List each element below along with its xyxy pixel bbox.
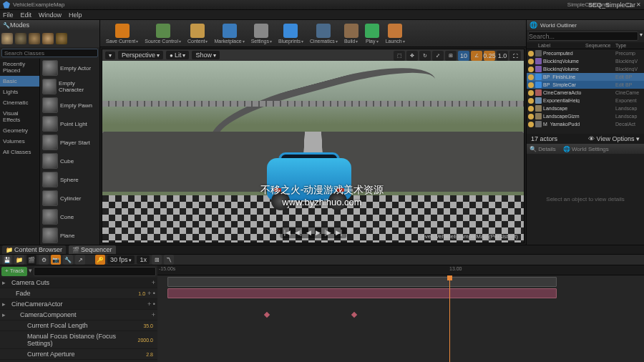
actor-item[interactable]: Player Start xyxy=(40,133,99,152)
place-mode-icon[interactable] xyxy=(1,33,13,44)
actor-item[interactable]: Sphere xyxy=(40,170,99,189)
seq-snap-button[interactable]: ⊞ xyxy=(152,255,162,265)
actor-item[interactable]: Point Light xyxy=(40,114,99,133)
toolbar-content[interactable]: Content▾ xyxy=(185,22,211,45)
toolbar-cinematics[interactable]: Cinematics▾ xyxy=(307,22,341,45)
landscape-mode-icon[interactable] xyxy=(29,33,40,44)
world-outliner-tab[interactable]: 🌐 World Outliner xyxy=(527,20,644,30)
fade-clip[interactable] xyxy=(167,288,557,298)
close-button[interactable]: ✕ xyxy=(636,1,641,8)
actor-item[interactable]: Empty Character xyxy=(40,77,99,96)
track-row[interactable]: Manual Focus Distance (Focus Settings)20… xyxy=(0,331,157,349)
outliner-row[interactable]: BP_FinishLineEdit BP xyxy=(527,73,644,81)
details-tab[interactable]: 🔍 Details xyxy=(530,146,556,152)
outliner-row[interactable]: BlockingVolumeBlockingV xyxy=(527,57,644,65)
vp-reverse-button[interactable]: ◀ xyxy=(306,229,311,236)
track-value[interactable]: 1.0 xyxy=(124,291,145,296)
cat-geometry[interactable]: Geometry xyxy=(0,125,39,136)
cat-basic[interactable]: Basic xyxy=(0,76,39,87)
visibility-icon[interactable] xyxy=(528,51,534,57)
vp-step-back-button[interactable]: ◀| xyxy=(295,229,301,236)
geometry-mode-icon[interactable] xyxy=(56,33,67,44)
toolbar-save-current[interactable]: Save Current▾ xyxy=(103,22,141,45)
actor-item[interactable]: Cylinder xyxy=(40,189,99,207)
menu-file[interactable]: File xyxy=(3,11,14,19)
menu-edit[interactable]: Edit xyxy=(21,11,32,19)
outliner-row[interactable]: M_YamakoPuddDecalAct xyxy=(527,120,644,128)
outliner-search-input[interactable] xyxy=(528,31,638,41)
expand-icon[interactable]: ▸ xyxy=(2,311,8,318)
viewport[interactable]: ▾ Perspective ▾ ● Lit ▾ Show ▾ [ Pilot A… xyxy=(102,49,525,243)
track-add-button[interactable]: + xyxy=(152,311,155,318)
outliner-row[interactable]: LandscapeLandscap xyxy=(527,104,644,112)
visibility-icon[interactable] xyxy=(528,74,534,80)
time-ruler[interactable]: -15.00s 13.00 xyxy=(157,265,644,275)
seq-find-button[interactable]: 📁 xyxy=(14,255,24,265)
outliner-row[interactable]: PrecomputedPrecomp xyxy=(527,49,644,57)
seq-curve-editor-button[interactable]: 〽 xyxy=(164,255,174,265)
lit-dropdown[interactable]: ● Lit ▾ xyxy=(166,51,189,59)
keyframe[interactable] xyxy=(263,312,269,318)
visibility-icon[interactable] xyxy=(528,82,534,88)
col-label[interactable]: Label xyxy=(538,43,585,48)
visibility-icon[interactable] xyxy=(528,59,534,64)
seq-options-button[interactable]: ⚙ xyxy=(39,255,49,265)
expand-icon[interactable]: ▸ xyxy=(2,279,8,286)
paint-mode-icon[interactable] xyxy=(15,33,26,44)
toolbar-launch[interactable]: Launch▾ xyxy=(383,22,408,45)
outliner-row[interactable]: BlockingVolumeBlockingV xyxy=(527,65,644,73)
cat-visual-effects[interactable]: Visual Effects xyxy=(0,108,39,125)
toolbar-source-control[interactable]: Source Control▾ xyxy=(142,22,184,45)
menu-help[interactable]: Help xyxy=(69,11,82,19)
show-dropdown[interactable]: Show ▾ xyxy=(192,51,220,59)
visibility-icon[interactable] xyxy=(528,122,534,127)
timeline[interactable]: -15.00s 13.00 -15.00s |◀ ◀| ◀◀ ◀ ▶ ▶▶ |▶… xyxy=(157,265,644,362)
track-add-button[interactable]: + • xyxy=(147,290,155,297)
toolbar-build[interactable]: Build▾ xyxy=(341,22,361,45)
visibility-icon[interactable] xyxy=(528,90,534,96)
seq-curve-button[interactable]: ↗ xyxy=(75,255,85,265)
track-row[interactable]: ▸Camera Cuts+ xyxy=(0,278,157,288)
playback-speed[interactable]: 1x xyxy=(137,255,150,264)
track-search-input[interactable] xyxy=(34,267,156,276)
actor-item[interactable]: Empty Pawn xyxy=(40,96,99,114)
world-settings-tab[interactable]: 🌐 World Settings xyxy=(563,146,609,152)
cat-all-classes[interactable]: All Classes xyxy=(0,147,39,157)
track-add-button[interactable]: + • xyxy=(147,300,155,308)
seq-autokey-button[interactable]: 🔑 xyxy=(95,255,105,265)
actor-item[interactable]: Cone xyxy=(40,207,99,226)
outliner-filter-button[interactable]: ▾ xyxy=(640,31,643,41)
track-row[interactable]: Fade1.0+ • xyxy=(0,288,157,299)
track-value[interactable]: 35.0 xyxy=(132,323,153,328)
track-add-button[interactable]: + xyxy=(152,279,155,286)
content-browser-tab[interactable]: 📁 Content Browser xyxy=(2,245,66,254)
actor-item[interactable]: Empty Actor xyxy=(40,59,99,77)
cat-volumes[interactable]: Volumes xyxy=(0,136,39,147)
outliner-row[interactable]: BP_SimpleCarEdit BP xyxy=(527,81,644,89)
seq-save-button[interactable]: 💾 xyxy=(2,255,12,265)
vp-to-start-button[interactable]: |◀ xyxy=(284,229,291,236)
menu-window[interactable]: Window xyxy=(39,11,62,19)
add-track-button[interactable]: + Track xyxy=(1,267,27,276)
visibility-icon[interactable] xyxy=(528,67,534,72)
track-value[interactable]: 2000.0 xyxy=(132,338,153,343)
visibility-icon[interactable] xyxy=(528,106,534,112)
toolbar-blueprints[interactable]: Blueprints▾ xyxy=(275,22,306,45)
cat-lights[interactable]: Lights xyxy=(0,87,39,97)
track-filter-button[interactable]: ▾ xyxy=(29,267,32,276)
camera-cuts-clip[interactable] xyxy=(167,277,557,287)
fps-dropdown[interactable]: 30 fps ▾ xyxy=(107,255,135,264)
expand-icon[interactable]: ▸ xyxy=(2,300,8,308)
track-row[interactable]: Current Aperture2.8 xyxy=(0,349,157,360)
viewport-menu-button[interactable]: ▾ xyxy=(105,52,115,59)
track-row[interactable]: ▸CameraComponent+ xyxy=(0,310,157,321)
visibility-icon[interactable] xyxy=(528,98,534,104)
cat-cinematic[interactable]: Cinematic xyxy=(0,97,39,108)
actor-item[interactable]: Plane xyxy=(40,226,99,245)
foliage-mode-icon[interactable] xyxy=(42,33,54,44)
toolbar-marketplace[interactable]: Marketplace▾ xyxy=(211,22,247,45)
toolbar-play[interactable]: Play▾ xyxy=(362,22,382,45)
seq-camera-button[interactable]: 📷 xyxy=(51,255,61,265)
track-row[interactable]: Current Focal Length35.0 xyxy=(0,321,157,331)
outliner-row[interactable]: CineCameraActoCineCame xyxy=(527,89,644,97)
